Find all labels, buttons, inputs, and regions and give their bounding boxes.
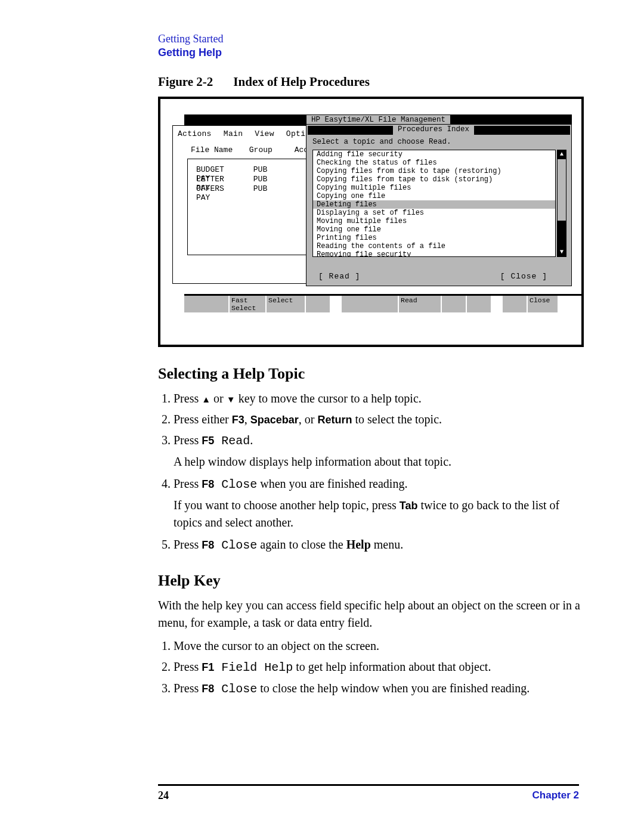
dialog-title: Procedures Index [393, 125, 474, 135]
file-name: OFFERS [196, 184, 249, 193]
step-item: Press F8 Close to close the help window … [174, 680, 590, 698]
fkey-fast-select[interactable]: Fast Select [230, 296, 265, 312]
fkey-label: Select [268, 296, 293, 304]
text: or [210, 392, 227, 405]
key-spacebar: Spacebar [250, 414, 299, 426]
text: Press [174, 682, 202, 695]
text: key to move the cursor to a help topic. [236, 392, 422, 405]
scroll-down-icon[interactable]: ▼ [557, 247, 566, 257]
running-header-section: Getting Help [158, 47, 590, 59]
read-button[interactable]: [ Read ] [318, 272, 360, 281]
key-f5: F5 [202, 435, 214, 447]
text: , or [299, 413, 318, 426]
text: to close the help window when you are fi… [257, 682, 530, 695]
list-item[interactable]: Checking the status of files [313, 159, 555, 167]
chapter-label: Chapter 2 [532, 789, 579, 801]
fkey-label: Select [231, 304, 256, 312]
menu-main[interactable]: Main [224, 129, 243, 138]
dialog-instruction: Select a topic and choose Read. [312, 138, 451, 146]
list-item[interactable]: Copying multiple files [313, 184, 555, 192]
scrollbar[interactable]: ▲ ▼ [557, 150, 566, 257]
list-item[interactable]: Copying one file [313, 192, 555, 200]
list-item[interactable]: Moving multiple files [313, 217, 555, 225]
step-continuation: A help window displays help information … [174, 453, 590, 470]
list-item[interactable]: Displaying a set of files [313, 209, 555, 217]
command-close: Close [214, 538, 257, 552]
step-item: Press ▲ or ▼ key to move the cursor to a… [174, 390, 590, 407]
function-key-bar: Fast Select Select Read Close [184, 294, 583, 315]
text: Press [174, 392, 202, 405]
page-footer: 24 Chapter 2 [158, 784, 579, 802]
fkey-label: Read [401, 296, 417, 304]
step-continuation: If you want to choose another help topic… [174, 497, 590, 531]
text: , [244, 413, 250, 426]
menu-name-help: Help [346, 538, 371, 551]
text: when you are finished reading. [257, 477, 407, 490]
col-group: Group [249, 145, 290, 154]
page-number: 24 [158, 789, 169, 801]
topics-listbox[interactable]: Adding file security Checking the status… [312, 150, 556, 257]
step-item: Press F5 Read. A help window displays he… [174, 432, 590, 470]
list-item[interactable]: Adding file security [313, 150, 555, 159]
key-f1: F1 [202, 661, 214, 673]
key-tab: Tab [400, 500, 418, 512]
menu-view[interactable]: View [255, 129, 274, 138]
fkey-blank[interactable] [467, 296, 491, 312]
running-header-chapter: Getting Started [158, 33, 590, 45]
step-item: Press F8 Close again to close the Help m… [174, 536, 590, 554]
text: Press [174, 433, 202, 447]
step-item: Press either F3, Spacebar, or Return to … [174, 411, 590, 428]
fkey-read[interactable]: Read [399, 296, 441, 312]
text: Press [174, 538, 202, 551]
fkey-blank[interactable] [442, 296, 466, 312]
file-row[interactable]: OFFERS PUB PAY [196, 184, 306, 202]
procedures-index-dialog: Procedures Index Select a topic and choo… [306, 124, 572, 286]
key-f8: F8 [202, 683, 214, 695]
step-item: Press F1 Field Help to get help informat… [174, 658, 590, 676]
fkey-blank[interactable] [184, 296, 228, 312]
fkey-select[interactable]: Select [267, 296, 305, 312]
command-field-help: Field Help [214, 661, 293, 674]
column-headers: File Name Group Acc [191, 145, 308, 154]
list-item[interactable]: Moving one file [313, 225, 555, 234]
command-close: Close [214, 478, 257, 491]
section-heading-helpkey: Help Key [158, 572, 590, 590]
list-item[interactable]: Copying files from tape to disk (storing… [313, 175, 555, 184]
text: menu. [371, 538, 403, 551]
key-return: Return [318, 414, 352, 426]
list-item[interactable]: Printing files [313, 234, 555, 242]
scroll-up-icon[interactable]: ▲ [557, 150, 566, 159]
text: to get help information about that objec… [293, 660, 491, 673]
file-group: PUB [253, 175, 289, 184]
close-button[interactable]: [ Close ] [500, 272, 547, 281]
window-body: Actions Main View Options File Name Grou… [172, 125, 572, 284]
fkey-blank[interactable] [503, 296, 527, 312]
text: Press [174, 660, 202, 673]
list-item[interactable]: Reading the contents of a file [313, 242, 555, 250]
menubar: Actions Main View Options [178, 129, 327, 138]
list-item[interactable]: Copying files from disk to tape (restori… [313, 167, 555, 175]
steps-list-helpkey: Move the cursor to an object on the scre… [158, 637, 590, 698]
key-f8: F8 [202, 539, 214, 551]
fkey-close[interactable]: Close [528, 296, 558, 312]
menu-actions[interactable]: Actions [178, 129, 212, 138]
list-item-selected[interactable]: Deleting files [313, 200, 555, 209]
step-item: Move the cursor to an object on the scre… [174, 637, 590, 655]
scroll-thumb[interactable] [557, 221, 566, 248]
text: . [250, 433, 253, 447]
file-acc: PAY [196, 193, 210, 202]
down-triangle-icon: ▼ [227, 395, 236, 404]
command-read: Read [214, 434, 250, 448]
figure-label: Figure 2-2 [158, 75, 213, 89]
fkey-blank[interactable] [306, 296, 330, 312]
key-f3: F3 [232, 414, 244, 426]
file-group: PUB [253, 165, 289, 174]
list-item[interactable]: Removing file security [313, 250, 555, 257]
steps-list-selecting: Press ▲ or ▼ key to move the cursor to a… [158, 390, 590, 554]
file-name: BUDGET [196, 165, 249, 174]
figure-caption: Figure 2-2Index of Help Procedures [158, 75, 590, 89]
key-f8: F8 [202, 478, 214, 490]
fkey-blank[interactable] [342, 296, 398, 312]
up-triangle-icon: ▲ [202, 395, 210, 404]
figure-title: Index of Help Procedures [233, 75, 369, 89]
